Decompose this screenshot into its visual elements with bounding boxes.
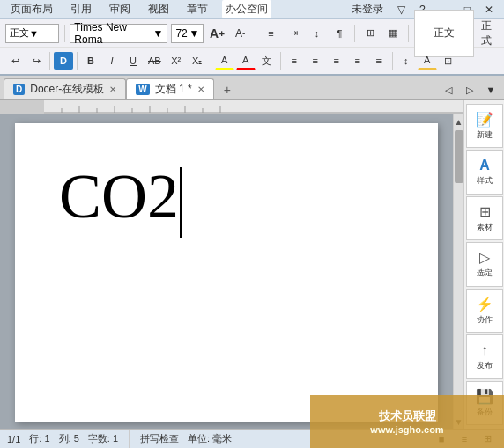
menu-page-layout[interactable]: 页面布局 [7, 0, 56, 18]
tab-doc1-close[interactable]: ✕ [197, 84, 204, 94]
align-distribute-btn[interactable]: ≡ [369, 51, 389, 70]
scroll-thumb[interactable] [455, 130, 463, 183]
font-grow-btn[interactable]: A+ [207, 24, 226, 43]
list-btn[interactable]: ≡ [261, 24, 280, 43]
page-count: 1/1 [7, 434, 20, 444]
sep5 [49, 52, 50, 70]
close-btn[interactable]: ✕ [481, 2, 497, 18]
menu-review[interactable]: 审阅 [106, 0, 134, 18]
login-status[interactable]: 未登录 [348, 0, 387, 18]
sidebar-btn-select[interactable]: ▷ 选定 [466, 242, 503, 286]
style-panel[interactable]: 正文 [414, 10, 474, 57]
align-right-btn[interactable]: ≡ [327, 51, 346, 70]
sort-btn[interactable]: ↕ [307, 24, 326, 43]
right-sidebar: 📝 新建 A 样式 ⊞ 素材 ▷ 选定 ⚡ 协作 ↑ 发布 💾 备份 [463, 100, 504, 429]
superscript-btn[interactable]: X² [167, 51, 186, 70]
unit-info: 单位: 毫米 [188, 432, 232, 445]
toolbar-row1: 正文 ▼ Times New Roma ▼ 72 ▼ A+ A- ≡ ⇥ ↕ ¶… [0, 19, 504, 48]
document-text: CO2 [59, 161, 179, 231]
underline-btn[interactable]: U [123, 51, 143, 70]
font-name-value: Times New Roma [74, 21, 152, 46]
font-shrink-btn[interactable]: A- [231, 24, 250, 43]
new-icon: 📝 [476, 111, 493, 128]
text-cursor [180, 167, 182, 238]
border-btn[interactable]: ⊡ [439, 51, 458, 70]
sep6 [77, 52, 78, 70]
redo-btn[interactable]: ↪ [26, 51, 46, 70]
bold-btn[interactable]: B [81, 51, 100, 70]
sidebar-btn-collab[interactable]: ⚡ 协作 [466, 289, 503, 333]
menu-reference[interactable]: 引用 [67, 0, 95, 18]
highlight-btn[interactable]: A [215, 51, 234, 70]
document-content[interactable]: CO2 [59, 158, 394, 238]
indent-btn[interactable]: ⇥ [284, 24, 303, 43]
font-name-select[interactable]: Times New Roma ▼ [70, 24, 167, 43]
document-area: CO2 [0, 114, 453, 429]
sep4 [408, 25, 409, 42]
style-icon: A [479, 158, 490, 173]
menu-view[interactable]: 视图 [145, 0, 173, 18]
tab-bar: D Docer-在线模板 ✕ W 文档 1 * ✕ + ◁ ▷ ▼ [0, 76, 504, 100]
font-size-dropdown-icon: ▼ [189, 27, 199, 40]
page[interactable]: CO2 [15, 123, 438, 422]
sidebar-btn-style[interactable]: A 样式 [466, 150, 503, 194]
tab-docer-close[interactable]: ✕ [109, 84, 116, 94]
quick-style-box[interactable]: 正文 ▼ [5, 24, 59, 43]
sep8 [280, 52, 281, 70]
menu-office-space[interactable]: 办公空间 [222, 0, 271, 18]
ruler-ticks [44, 100, 463, 114]
tab-scroll-left[interactable]: ◁ [439, 80, 458, 99]
tab-docer-label: Docer-在线模板 [30, 82, 104, 97]
dropdown-btn[interactable]: ▽ [394, 2, 409, 18]
sep9 [392, 52, 393, 70]
tab-doc1-icon: W [136, 84, 149, 95]
sidebar-btn-new-label: 新建 [477, 129, 493, 141]
sidebar-btn-publish[interactable]: ↑ 发布 [466, 334, 503, 378]
collab-icon: ⚡ [476, 296, 493, 312]
sep2 [256, 25, 256, 42]
text-effect-btn[interactable]: 文 [257, 51, 277, 70]
sep1 [64, 25, 65, 42]
sidebar-btn-publish-label: 发布 [477, 360, 493, 371]
main-area: CO2 ▲ ▼ 📝 新建 A 样式 ⊞ 素材 ▷ 选定 [0, 100, 504, 429]
sep7 [211, 52, 211, 70]
material-icon: ⊞ [479, 203, 491, 220]
sidebar-btn-material[interactable]: ⊞ 素材 [466, 196, 503, 240]
align-left-btn[interactable]: ≡ [285, 51, 304, 70]
tab-docer[interactable]: D Docer-在线模板 ✕ [4, 78, 126, 99]
sidebar-btn-collab-label: 协作 [477, 314, 493, 326]
menu-chapter[interactable]: 章节 [183, 0, 211, 18]
row-info: 行: 1 [29, 432, 49, 445]
col-info: 列: 5 [59, 432, 79, 445]
tab-list-btn[interactable]: ▼ [481, 80, 500, 99]
docer-icon-btn[interactable]: D [54, 52, 73, 70]
align-justify-btn[interactable]: ≡ [348, 51, 367, 70]
align-center-btn[interactable]: ≡ [306, 51, 325, 70]
line-spacing-btn[interactable]: ↕ [397, 51, 416, 70]
subscript-btn[interactable]: X₂ [188, 51, 207, 70]
sidebar-btn-select-label: 选定 [477, 268, 493, 279]
font-size-select[interactable]: 72 ▼ [171, 24, 204, 43]
sep3 [354, 25, 355, 42]
show-all-btn[interactable]: ¶ [330, 24, 349, 43]
tab-scroll-right[interactable]: ▷ [460, 80, 479, 99]
style-section-label: 正式 [481, 18, 499, 48]
shading-btn[interactable]: A [418, 51, 437, 70]
watermark-line1: 技术员联盟 [379, 408, 436, 424]
tab-doc1[interactable]: W 文档 1 * ✕ [126, 78, 213, 99]
sidebar-btn-material-label: 素材 [477, 222, 493, 233]
spell-check[interactable]: 拼写检查 [140, 432, 179, 445]
table-btn[interactable]: ⊞ [360, 24, 380, 43]
char-count: 字数: 1 [88, 432, 118, 445]
sidebar-btn-new[interactable]: 📝 新建 [466, 104, 503, 148]
undo-btn[interactable]: ↩ [5, 51, 25, 70]
font-color-btn[interactable]: A [236, 51, 256, 70]
vertical-scrollbar[interactable]: ▲ ▼ [453, 114, 463, 429]
tab-add-btn[interactable]: + [218, 80, 237, 99]
watermark-line2: www.jsgho.com [370, 424, 443, 435]
status-sep1 [129, 430, 130, 448]
scroll-up-btn[interactable]: ▲ [454, 114, 463, 129]
italic-btn[interactable]: I [102, 51, 122, 70]
strikethrough-btn[interactable]: AB [145, 51, 165, 70]
grid-btn[interactable]: ▦ [383, 24, 403, 43]
